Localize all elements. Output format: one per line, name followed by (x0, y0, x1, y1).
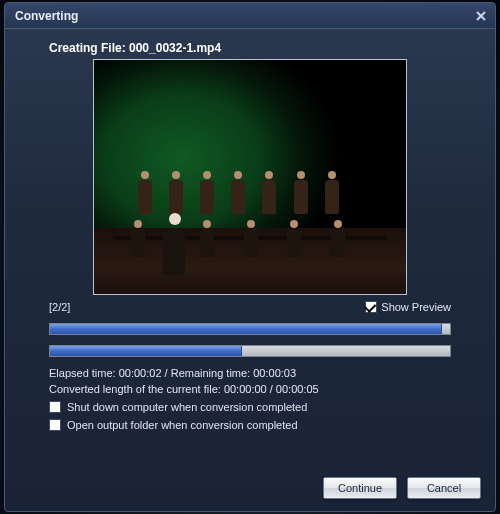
open-folder-label: Open output folder when conversion compl… (67, 419, 298, 431)
dialog-title: Converting (15, 9, 78, 23)
shutdown-checkbox[interactable]: Shut down computer when conversion compl… (49, 401, 451, 413)
button-row: Continue Cancel (323, 477, 481, 499)
show-preview-checkbox[interactable]: Show Preview (365, 301, 451, 313)
creating-file-label: Creating File: 000_0032-1.mp4 (49, 41, 451, 55)
current-progress-fill (50, 346, 242, 356)
file-counter: [2/2] (49, 301, 70, 313)
current-progress-bar (49, 345, 451, 357)
close-icon[interactable] (473, 8, 489, 24)
continue-button[interactable]: Continue (323, 477, 397, 499)
elapsed-remaining-text: Elapsed time: 00:00:02 / Remaining time:… (49, 367, 451, 379)
overall-progress-fill (50, 324, 442, 334)
converted-length-text: Converted length of the current file: 00… (49, 383, 451, 395)
show-preview-label: Show Preview (381, 301, 451, 313)
overall-progress-bar (49, 323, 451, 335)
converting-dialog: Converting Creating File: 000_0032-1.mp4 (4, 2, 496, 512)
shutdown-label: Shut down computer when conversion compl… (67, 401, 307, 413)
checkbox-icon (49, 401, 61, 413)
checkbox-icon (49, 419, 61, 431)
open-folder-checkbox[interactable]: Open output folder when conversion compl… (49, 419, 451, 431)
titlebar: Converting (5, 3, 495, 29)
preview-pane (93, 59, 407, 295)
checkbox-icon (365, 301, 377, 313)
cancel-button[interactable]: Cancel (407, 477, 481, 499)
dialog-content: Creating File: 000_0032-1.mp4 (5, 29, 495, 431)
preview-image (94, 60, 406, 294)
